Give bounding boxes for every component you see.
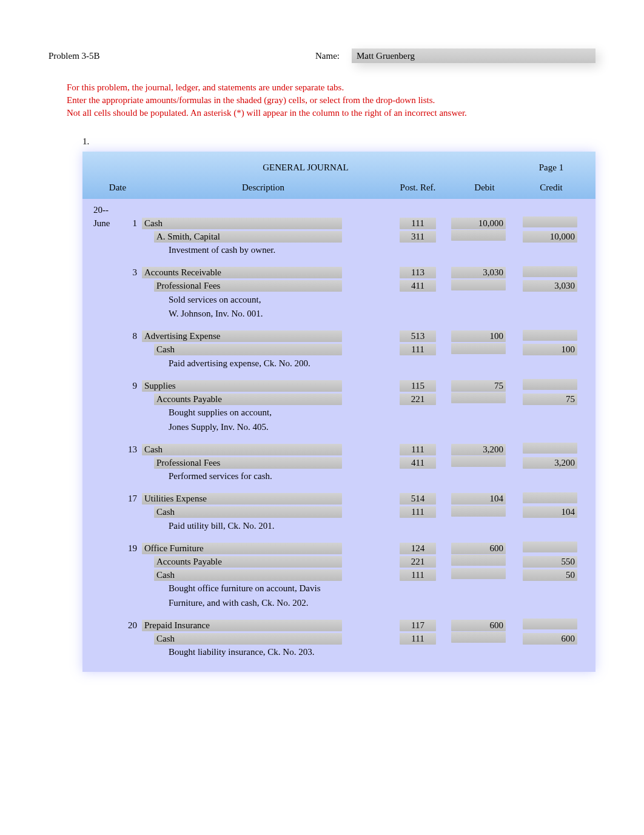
credit-input[interactable] bbox=[523, 379, 577, 390]
credit-input[interactable]: 550 bbox=[523, 556, 577, 568]
debit-input[interactable] bbox=[451, 230, 506, 241]
journal-line: 19Office Furniture124600 bbox=[93, 542, 585, 555]
journal-memo-row: Performed services for cash. bbox=[93, 469, 585, 484]
credit-input[interactable] bbox=[523, 492, 577, 503]
journal-page-label: Page 1 bbox=[518, 163, 585, 173]
credit-input[interactable] bbox=[523, 216, 577, 227]
debit-input[interactable]: 3,200 bbox=[451, 444, 506, 455]
debit-input[interactable]: 3,030 bbox=[451, 267, 506, 278]
account-dropdown[interactable]: Prepaid Insurance bbox=[142, 620, 342, 631]
credit-input[interactable]: 3,030 bbox=[523, 280, 577, 292]
account-dropdown[interactable]: Cash bbox=[142, 218, 342, 229]
date-day: 13 bbox=[120, 444, 142, 455]
credit-input[interactable] bbox=[523, 266, 577, 277]
account-dropdown[interactable]: Accounts Payable bbox=[154, 556, 342, 568]
credit-input[interactable] bbox=[523, 443, 577, 454]
credit-input[interactable] bbox=[523, 542, 577, 552]
debit-input[interactable] bbox=[451, 392, 506, 403]
debit-input[interactable] bbox=[451, 555, 506, 566]
account-dropdown[interactable]: Accounts Payable bbox=[154, 394, 342, 405]
post-cell: 221 bbox=[384, 556, 451, 568]
account-dropdown[interactable]: Cash bbox=[154, 569, 342, 581]
post-ref-input[interactable]: 514 bbox=[400, 493, 436, 505]
post-ref-input[interactable]: 221 bbox=[400, 394, 436, 405]
credit-input[interactable]: 75 bbox=[523, 394, 577, 405]
debit-input[interactable] bbox=[451, 343, 506, 354]
post-ref-input[interactable]: 411 bbox=[400, 280, 436, 292]
post-ref-input[interactable]: 111 bbox=[400, 444, 436, 455]
account-dropdown[interactable]: Supplies bbox=[142, 380, 342, 392]
journal-memo-row: W. Johnson, Inv. No. 001. bbox=[93, 307, 585, 321]
credit-input[interactable]: 600 bbox=[523, 633, 577, 645]
debit-input[interactable]: 100 bbox=[451, 330, 506, 342]
post-ref-input[interactable]: 117 bbox=[400, 620, 436, 631]
debit-input[interactable] bbox=[451, 280, 506, 290]
account-dropdown[interactable]: Professional Fees bbox=[154, 457, 342, 469]
post-ref-input[interactable]: 124 bbox=[400, 543, 436, 554]
post-ref-input[interactable]: 513 bbox=[400, 330, 436, 342]
credit-input[interactable] bbox=[523, 330, 577, 341]
post-ref-input[interactable]: 111 bbox=[400, 633, 436, 645]
post-cell: 111 bbox=[384, 569, 451, 581]
memo-text: Performed services for cash. bbox=[169, 469, 384, 484]
debit-input[interactable]: 75 bbox=[451, 380, 506, 392]
post-ref-input[interactable]: 111 bbox=[400, 506, 436, 518]
col-header-debit: Debit bbox=[451, 183, 518, 193]
desc-cell: Professional Fees bbox=[142, 457, 384, 469]
credit-input[interactable]: 3,200 bbox=[523, 457, 577, 469]
post-ref-input[interactable]: 311 bbox=[400, 231, 436, 243]
credit-input[interactable]: 100 bbox=[523, 344, 577, 355]
desc-cell: Cash bbox=[142, 444, 384, 455]
account-dropdown[interactable]: Utilities Expense bbox=[142, 493, 342, 505]
col-header-post: Post. Ref. bbox=[384, 183, 451, 193]
name-label: Name: bbox=[315, 51, 352, 61]
account-dropdown[interactable]: Cash bbox=[142, 444, 342, 455]
credit-cell: 3,200 bbox=[518, 457, 585, 469]
debit-input[interactable]: 10,000 bbox=[451, 218, 506, 229]
account-dropdown[interactable]: Advertising Expense bbox=[142, 330, 342, 342]
journal-line: 9Supplies11575 bbox=[93, 379, 585, 392]
date-day: 8 bbox=[120, 331, 142, 341]
account-dropdown[interactable]: Office Furniture bbox=[142, 543, 342, 554]
account-dropdown[interactable]: Cash bbox=[154, 344, 342, 355]
post-ref-input[interactable]: 113 bbox=[400, 267, 436, 278]
account-dropdown[interactable]: Accounts Receivable bbox=[142, 267, 342, 278]
memo-text: Investment of cash by owner. bbox=[169, 243, 384, 258]
account-dropdown[interactable]: Cash bbox=[154, 633, 342, 645]
debit-input[interactable]: 600 bbox=[451, 543, 506, 554]
section-number: 1. bbox=[82, 136, 595, 147]
post-ref-input[interactable]: 111 bbox=[400, 344, 436, 355]
debit-input[interactable] bbox=[451, 568, 506, 579]
post-cell: 111 bbox=[384, 218, 451, 229]
memo-text: Bought liability insurance, Ck. No. 203. bbox=[169, 645, 384, 660]
post-ref-input[interactable]: 115 bbox=[400, 380, 436, 392]
debit-cell: 600 bbox=[451, 543, 518, 554]
journal-memo-row: Bought office furniture on account, Davi… bbox=[93, 582, 585, 596]
debit-input[interactable]: 600 bbox=[451, 620, 506, 631]
date-month: June bbox=[93, 218, 120, 229]
post-ref-input[interactable]: 111 bbox=[400, 569, 436, 581]
post-ref-input[interactable]: 111 bbox=[400, 218, 436, 229]
entry-spacer bbox=[93, 610, 585, 619]
account-dropdown[interactable]: Professional Fees bbox=[154, 280, 342, 292]
debit-input[interactable] bbox=[451, 506, 506, 517]
journal-memo-row: Bought liability insurance, Ck. No. 203. bbox=[93, 645, 585, 660]
credit-input[interactable]: 104 bbox=[523, 506, 577, 518]
credit-input[interactable] bbox=[523, 619, 577, 629]
post-cell: 124 bbox=[384, 543, 451, 554]
debit-input[interactable]: 104 bbox=[451, 493, 506, 505]
account-dropdown[interactable]: A. Smith, Capital bbox=[154, 231, 342, 243]
post-ref-input[interactable]: 221 bbox=[400, 556, 436, 568]
desc-cell: Accounts Payable bbox=[142, 394, 384, 405]
post-cell: 513 bbox=[384, 330, 451, 342]
credit-input[interactable]: 50 bbox=[523, 569, 577, 581]
debit-input[interactable] bbox=[451, 456, 506, 467]
debit-cell: 10,000 bbox=[451, 218, 518, 229]
debit-cell bbox=[451, 506, 518, 519]
account-dropdown[interactable]: Cash bbox=[154, 506, 342, 518]
debit-input[interactable] bbox=[451, 632, 506, 643]
student-name-input[interactable]: Matt Gruenberg bbox=[352, 49, 595, 63]
credit-input[interactable]: 10,000 bbox=[523, 231, 577, 243]
post-cell: 411 bbox=[384, 280, 451, 292]
post-ref-input[interactable]: 411 bbox=[400, 457, 436, 469]
